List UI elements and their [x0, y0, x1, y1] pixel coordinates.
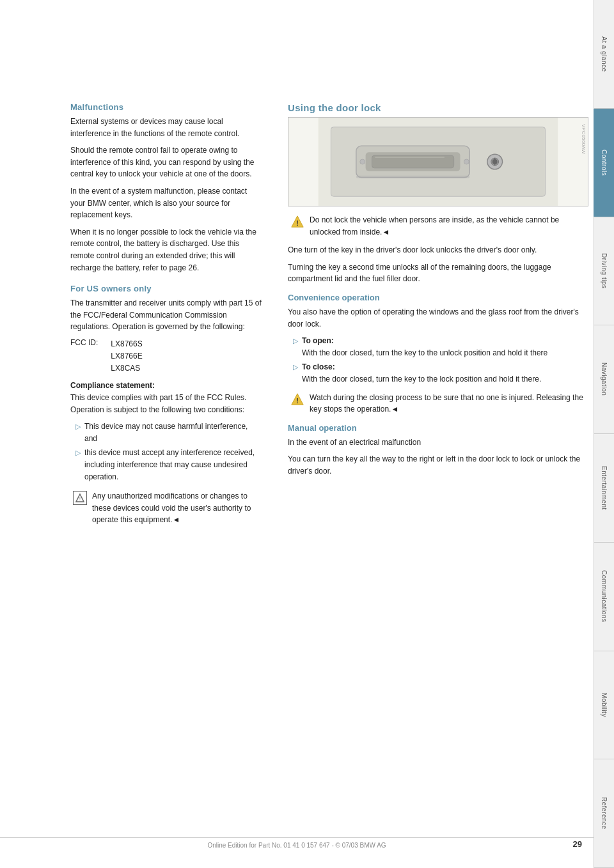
tab-label-mobility: Mobility	[601, 693, 608, 717]
manual-operation-section: Manual operation In the event of an elec…	[288, 423, 588, 477]
convenience-heading: Convenience operation	[288, 293, 588, 302]
to-close-content: To close: With the door closed, turn the…	[302, 361, 541, 385]
malfunctions-para2: Should the remote control fail to operat…	[70, 144, 262, 180]
tab-label-driving-tips: Driving tips	[601, 253, 608, 288]
malfunctions-para4: When it is no longer possible to lock th…	[70, 226, 262, 274]
sidebar-item-reference[interactable]: Reference	[594, 759, 614, 868]
fcc-table: FCC ID: LX8766S LX8766E LX8CAS	[70, 338, 262, 375]
left-column: Malfunctions External systems or devices…	[70, 102, 262, 532]
fcc-ids: LX8766S LX8766E LX8CAS	[111, 338, 142, 375]
us-owners-heading: For US owners only	[70, 284, 262, 293]
closing-warning: ! Watch during the closing process to be…	[290, 392, 588, 415]
tab-label-controls: Controls	[601, 150, 608, 176]
warning-triangle-icon: !	[290, 215, 304, 229]
using-door-lock-section: Using the door lock	[288, 102, 588, 285]
svg-text:!: !	[296, 396, 299, 404]
manual-operation-para1: In the event of an electrical malfunctio…	[288, 437, 588, 449]
bullet-text-1: This device may not cause harmful interf…	[84, 421, 262, 444]
to-close-item: ▷ To close: With the door closed, turn t…	[293, 361, 588, 385]
sidebar-item-controls[interactable]: Controls	[594, 109, 614, 217]
bullet-text-2: this device must accept any interference…	[84, 447, 262, 483]
sidebar-item-communications[interactable]: Communications	[594, 543, 614, 651]
to-open-text: With the door closed, turn the key to th…	[302, 348, 547, 357]
door-handle-svg	[288, 118, 588, 206]
using-door-lock-heading: Using the door lock	[288, 102, 588, 113]
convenience-para1: You also have the option of operating th…	[288, 306, 588, 330]
svg-point-10	[492, 159, 498, 164]
bullet-item-2: ▷ this device must accept any interferen…	[75, 447, 262, 483]
manual-operation-heading: Manual operation	[288, 423, 588, 433]
to-open-arrow: ▷	[293, 336, 298, 346]
fcc-id-3: LX8CAS	[111, 362, 142, 375]
svg-point-12	[360, 159, 365, 164]
door-lock-warning-text: Do not lock the vehicle when persons are…	[310, 214, 588, 238]
sidebar-item-at-a-glance[interactable]: At a glance	[594, 0, 614, 109]
fcc-id-label: FCC ID:	[70, 338, 98, 375]
main-content: Malfunctions External systems or devices…	[0, 0, 614, 868]
svg-point-13	[464, 159, 469, 164]
closing-warning-text: Watch during the closing process to be s…	[310, 392, 588, 415]
compliance-statement: Compliance statement: This device compli…	[70, 380, 262, 415]
sidebar-item-entertainment[interactable]: Entertainment	[594, 434, 614, 543]
page-number: 29	[573, 839, 582, 849]
to-open-item: ▷ To open: With the door closed, turn th…	[293, 335, 588, 359]
note-box-modifications: ! Any unauthorized modifications or chan…	[73, 490, 262, 526]
convenience-operation-section: Convenience operation You also have the …	[288, 293, 588, 415]
us-owners-para1: The transmitter and receiver units compl…	[70, 297, 262, 333]
sidebar-item-navigation[interactable]: Navigation	[594, 325, 614, 434]
manual-operation-para2: You can turn the key all the way to the …	[288, 453, 588, 477]
tab-label-reference: Reference	[601, 797, 608, 830]
fcc-id-2: LX8766E	[111, 350, 142, 362]
sidebar-tabs[interactable]: At a glance Controls Driving tips Naviga…	[594, 0, 614, 868]
to-open-label: To open:	[302, 336, 334, 345]
sidebar-item-mobility[interactable]: Mobility	[594, 651, 614, 760]
bullet-arrow-2: ▷	[75, 447, 81, 458]
compliance-para: This device complies with part 15 of the…	[70, 393, 246, 414]
sidebar-item-driving-tips[interactable]: Driving tips	[594, 217, 614, 326]
to-close-text: With the door closed, turn the key to th…	[302, 375, 541, 384]
compliance-heading: Compliance statement:	[70, 381, 155, 390]
tab-label-entertainment: Entertainment	[601, 466, 608, 510]
door-lock-image: VPC0560AW	[288, 117, 588, 206]
svg-rect-14	[356, 176, 469, 178]
to-open-content: To open: With the door closed, turn the …	[302, 335, 547, 359]
svg-text:!: !	[296, 219, 299, 227]
tab-label-communications: Communications	[601, 570, 608, 622]
svg-text:!: !	[79, 497, 81, 501]
malfunctions-para3: In the event of a system malfunction, pl…	[70, 185, 262, 221]
to-close-label: To close:	[302, 362, 335, 371]
door-lock-warning: ! Do not lock the vehicle when persons a…	[290, 214, 588, 238]
malfunctions-para1: External systems or devices may cause lo…	[70, 116, 262, 139]
malfunctions-heading: Malfunctions	[70, 102, 262, 112]
closing-warning-icon: !	[290, 392, 304, 407]
fcc-id-1: LX8766S	[111, 338, 142, 350]
bullet-arrow-1: ▷	[75, 421, 81, 432]
tab-label-at-a-glance: At a glance	[601, 36, 608, 72]
malfunctions-section: Malfunctions External systems or devices…	[70, 102, 262, 274]
door-lock-para1: One turn of the key in the driver's door…	[288, 244, 588, 256]
us-owners-section: For US owners only The transmitter and r…	[70, 284, 262, 526]
note-text-modifications: Any unauthorized modifications or change…	[92, 490, 262, 526]
columns-layout: Malfunctions External systems or devices…	[70, 102, 588, 532]
note-icon-square: !	[73, 491, 87, 505]
to-close-arrow: ▷	[293, 362, 298, 373]
tab-label-navigation: Navigation	[601, 362, 608, 396]
bullet-item-1: ▷ This device may not cause harmful inte…	[75, 421, 262, 444]
door-lock-para2: Turning the key a second time unlocks al…	[288, 261, 588, 285]
image-credit: VPC0560AW	[581, 124, 586, 154]
right-column: Using the door lock	[288, 102, 588, 532]
footer-text: Online Edition for Part No. 01 41 0 157 …	[207, 842, 386, 849]
page-container: Malfunctions External systems or devices…	[0, 0, 614, 868]
page-footer: Online Edition for Part No. 01 41 0 157 …	[0, 837, 594, 849]
